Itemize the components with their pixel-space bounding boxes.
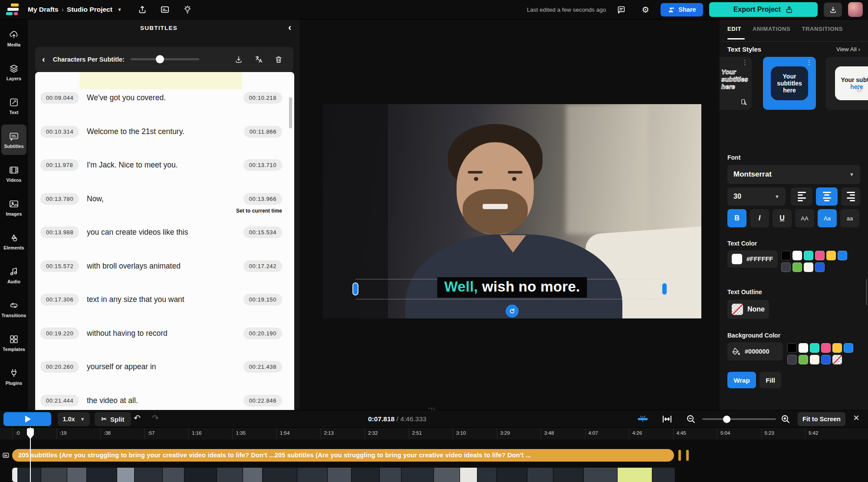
filmstrip-thumbnail[interactable] (67, 468, 87, 482)
tab-edit[interactable]: EDIT (727, 26, 741, 32)
filmstrip-thumbnail[interactable] (352, 468, 380, 482)
set-to-current-time-hint[interactable]: Set to current time (236, 208, 282, 214)
project-menu-chevron-icon[interactable]: ▼ (117, 7, 122, 12)
filmstrip-thumbnail[interactable] (553, 468, 584, 482)
card-menu-icon[interactable]: ⋮ (806, 59, 812, 66)
color-swatch[interactable] (810, 343, 819, 353)
filmstrip-thumbnail[interactable] (17, 468, 41, 482)
delete-subtitles-icon[interactable] (274, 55, 283, 64)
filmstrip-thumbnail[interactable] (163, 468, 184, 482)
subtitle-end-time[interactable]: 00:21.438 (243, 361, 282, 373)
undo-icon[interactable]: ↶ (134, 413, 141, 423)
fit-clip-icon[interactable] (661, 414, 673, 424)
filmstrip-thumbnail[interactable] (460, 468, 477, 482)
filmstrip-thumbnail[interactable] (297, 468, 328, 482)
subtitle-start-time[interactable]: 00:13.988 (40, 226, 79, 238)
subtitle-end-time[interactable]: 00:11.866 (244, 126, 282, 138)
translate-icon[interactable] (254, 55, 263, 64)
color-swatch[interactable] (810, 355, 819, 364)
filmstrip-thumbnail[interactable] (87, 468, 117, 482)
subtitle-row[interactable]: 00:11.978 I'm Jack. Nice to meet you. 00… (35, 159, 294, 177)
subtitle-row[interactable]: 00:10.314 Welcome to the 21st century. 0… (35, 126, 294, 143)
style-card-custom[interactable]: ⋮ Your subtitles here yao's style (720, 57, 752, 110)
subtitle-end-time[interactable]: 00:10.218 (243, 92, 282, 104)
filmstrip-thumbnail[interactable] (217, 468, 243, 482)
slider-knob[interactable] (156, 55, 164, 63)
filmstrip-thumbnail[interactable] (243, 468, 263, 482)
subtitle-text[interactable]: yourself or appear in (87, 362, 156, 371)
subtitle-start-time[interactable]: 00:09.044 (40, 92, 79, 104)
filmstrip-thumbnail[interactable] (434, 468, 460, 482)
subtitle-start-time[interactable]: 00:19.220 (40, 328, 79, 339)
zoom-in-icon[interactable] (780, 414, 791, 424)
underline-button[interactable]: U (773, 209, 792, 227)
subtitle-track-clip[interactable]: 205 subtitles (Are you struggling to bri… (12, 449, 674, 462)
subtitle-row[interactable]: 00:13.988 you can create videos like thi… (35, 226, 294, 244)
filmstrip-thumbnail[interactable] (477, 468, 497, 482)
color-swatch[interactable] (832, 355, 842, 364)
text-color-field[interactable]: #FFFFFF (727, 250, 778, 268)
filmstrip-thumbnail[interactable] (584, 468, 618, 482)
sidebar-item-audio[interactable]: Audio (1, 260, 26, 290)
style-card-classic[interactable]: Your subtit here Classic (825, 57, 868, 110)
timeline-zoom-slider[interactable] (702, 418, 776, 420)
align-center-button[interactable] (816, 187, 838, 206)
align-right-button[interactable] (841, 187, 860, 206)
subtitle-end-time[interactable]: 00:13.710 (243, 159, 282, 171)
zoom-out-icon[interactable] (686, 414, 696, 424)
subtitle-end-time[interactable]: 00:22.846 (243, 395, 282, 407)
background-fill-button[interactable]: Fill (760, 372, 781, 388)
subtitle-text[interactable]: We've got you covered. (87, 93, 166, 102)
filmstrip-thumbnail[interactable] (328, 468, 352, 482)
style-card-default-selected[interactable]: ⋮ Your subtitles here Default (763, 57, 816, 110)
user-avatar[interactable] (848, 2, 863, 17)
download-subtitles-icon[interactable] (234, 55, 243, 64)
timeline-ruler[interactable]: :0:19:38:571:161:351:542:132:322:513:103… (0, 427, 868, 439)
back-icon[interactable]: ‹ (42, 54, 45, 64)
subtitle-text[interactable]: Welcome to the 21st century. (87, 127, 184, 136)
sidebar-item-images[interactable]: Images (1, 192, 26, 223)
inspector-scrollbar[interactable] (866, 279, 867, 305)
subtitle-start-time[interactable]: 00:21.444 (40, 395, 79, 407)
settings-gear-icon[interactable]: ⚙ (636, 3, 654, 16)
filmstrip-thumbnail[interactable] (380, 468, 401, 482)
breadcrumb-project-name[interactable]: Studio Project (67, 6, 112, 13)
sidebar-item-elements[interactable]: Elements (1, 226, 26, 256)
sidebar-item-layers[interactable]: Layers (1, 57, 26, 87)
subtitle-end-time[interactable]: 00:15.534 (243, 226, 282, 238)
publish-icon[interactable] (133, 3, 151, 16)
caption-left-resize-handle[interactable] (352, 282, 358, 295)
color-swatch[interactable] (832, 343, 842, 353)
subtitle-row[interactable]: 00:17.306 text in any size that you want… (35, 294, 294, 311)
font-size-select[interactable]: 30 ▼ (727, 187, 786, 206)
filmstrip-thumbnail[interactable] (497, 468, 527, 482)
captions-icon[interactable] (156, 3, 174, 16)
filmstrip-thumbnail[interactable] (652, 468, 675, 482)
uppercase-button[interactable]: AA (795, 209, 814, 227)
bold-button[interactable]: B (727, 209, 746, 227)
subtitle-clip-fragment[interactable] (686, 450, 689, 461)
filmstrip-thumbnail[interactable] (184, 468, 217, 482)
subtitle-text[interactable]: without having to record (87, 329, 168, 338)
playback-speed-button[interactable]: 1.0x ▼ (58, 412, 90, 426)
subtitle-end-time[interactable]: 00:19.150 (243, 294, 282, 305)
subtitle-end-time[interactable]: 00:17.242 (243, 260, 282, 272)
tab-transitions[interactable]: TRANSITIONS (802, 26, 843, 32)
color-swatch[interactable] (799, 355, 808, 364)
scroll-styles-right-icon[interactable]: › (858, 82, 861, 94)
subtitle-list-scrollbar[interactable] (289, 97, 292, 128)
snapping-toggle-icon[interactable] (637, 414, 648, 424)
subtitle-row[interactable]: 00:19.220 without having to record 00:20… (35, 328, 294, 345)
subtitle-start-time[interactable]: 00:11.978 (40, 159, 79, 171)
timeline-resize-dots[interactable]: ⋯ (431, 406, 437, 413)
color-swatch[interactable] (792, 251, 802, 260)
color-swatch[interactable] (821, 343, 831, 353)
filmstrip-thumbnail[interactable] (135, 468, 163, 482)
subtitle-row[interactable]: 00:15.572 with broll overlays animated 0… (35, 260, 294, 278)
style-brush-icon[interactable] (740, 98, 748, 106)
subtitle-start-time[interactable]: 00:20.260 (40, 361, 79, 373)
align-left-button[interactable] (791, 187, 812, 206)
share-button[interactable]: Share (661, 3, 703, 16)
redo-icon[interactable]: ↷ (152, 413, 159, 423)
color-swatch[interactable] (815, 251, 825, 260)
